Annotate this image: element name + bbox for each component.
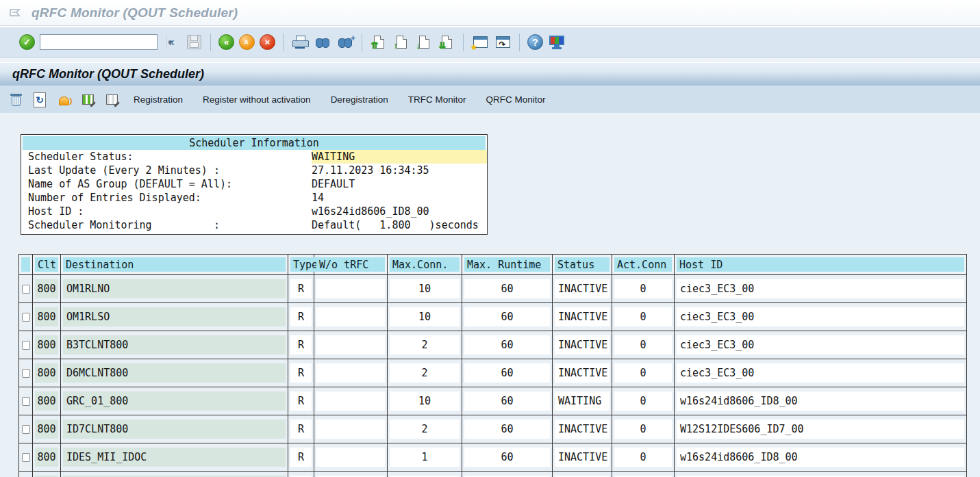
select-all-header[interactable] bbox=[21, 257, 30, 272]
host-id-cell: w16s24id8606_ID8_00 bbox=[677, 448, 964, 467]
wo-trfc-cell bbox=[316, 448, 385, 467]
last-page-button[interactable]: ⇊ bbox=[438, 34, 455, 51]
info-label: Scheduler Monitoring : bbox=[21, 218, 312, 232]
activate-button[interactable] bbox=[79, 91, 97, 109]
enter-button[interactable]: ✓ bbox=[19, 34, 35, 50]
destination-cell: D6MCLNT800 bbox=[63, 363, 286, 383]
max-conn-cell: 10 bbox=[390, 307, 460, 326]
row-checkbox[interactable] bbox=[22, 453, 30, 462]
find-button[interactable] bbox=[314, 34, 331, 51]
last-page-icon: ⇊ bbox=[442, 36, 452, 49]
row-checkbox[interactable] bbox=[22, 369, 30, 378]
row-checkbox[interactable] bbox=[22, 397, 30, 406]
refresh-icon: ↻ bbox=[34, 92, 46, 107]
row-checkbox[interactable] bbox=[22, 341, 30, 350]
create-shortcut-button[interactable]: ↷ bbox=[494, 34, 512, 51]
cancel-button[interactable]: × bbox=[260, 34, 275, 50]
type-cell: R bbox=[290, 363, 312, 383]
new-session-button[interactable]: ★ bbox=[471, 34, 489, 51]
spacer bbox=[0, 57, 980, 62]
table-row-partial bbox=[19, 471, 966, 477]
row-checkbox[interactable] bbox=[22, 425, 30, 434]
column-header-destination[interactable]: Destination bbox=[63, 257, 286, 272]
register-without-activation-button[interactable]: Register without activation bbox=[196, 92, 318, 107]
host-id-cell: ciec3_EC3_00 bbox=[677, 335, 964, 354]
next-page-icon: ↓ bbox=[419, 36, 429, 49]
scheduler-status-value: WAITING bbox=[312, 150, 487, 164]
clt-cell: 800 bbox=[35, 448, 58, 467]
toolbar-separator bbox=[463, 34, 464, 51]
column-header-wo-trfc[interactable]: W/o tRFC bbox=[316, 257, 385, 272]
customize-layout-button[interactable] bbox=[548, 34, 566, 51]
next-page-button[interactable]: ↓ bbox=[415, 34, 433, 51]
table-body: 800 OM1RLNO R 10 60 INACTIVE 0 ciec3_EC3… bbox=[19, 274, 966, 471]
entries-displayed-value: 14 bbox=[312, 191, 487, 205]
back-button[interactable]: « bbox=[218, 34, 234, 50]
status-cell: INACTIVE bbox=[555, 307, 610, 326]
info-label: Number of Entries Displayed: bbox=[21, 191, 312, 205]
printer-icon bbox=[292, 36, 307, 49]
shortcut-icon: ↷ bbox=[496, 36, 510, 48]
column-header-max-runtime[interactable]: Max. Runtime bbox=[464, 257, 550, 272]
column-header-host-id[interactable]: Host ID bbox=[677, 257, 964, 272]
max-runtime-cell: 60 bbox=[464, 335, 550, 354]
max-runtime-cell: 60 bbox=[464, 279, 550, 298]
table-row[interactable]: 800 IDES_MII_IDOC R 1 60 INACTIVE 0 w16s… bbox=[19, 443, 966, 471]
column-header-act-conn[interactable]: Act.Conn bbox=[614, 257, 672, 272]
delete-button[interactable] bbox=[7, 91, 25, 109]
max-runtime-cell: 60 bbox=[464, 420, 550, 439]
scheduler-info-title: Scheduler Information bbox=[23, 136, 486, 150]
table-row[interactable]: 800 OM1RLNO R 10 60 INACTIVE 0 ciec3_EC3… bbox=[19, 274, 966, 302]
print-button[interactable] bbox=[291, 34, 309, 51]
column-header-clt[interactable]: Clt bbox=[35, 257, 58, 272]
refresh-button[interactable]: ↻ bbox=[31, 91, 49, 109]
wo-trfc-cell bbox=[316, 420, 385, 439]
type-cell: R bbox=[290, 335, 312, 354]
act-conn-cell: 0 bbox=[614, 391, 672, 411]
window-titlebar: qRFC Monitor (QOUT Scheduler) bbox=[0, 0, 980, 26]
system-menu-icon[interactable] bbox=[8, 7, 23, 18]
type-cell: R bbox=[290, 420, 312, 439]
registration-button[interactable]: Registration bbox=[127, 92, 190, 107]
help-button[interactable]: ? bbox=[527, 34, 543, 50]
as-group-row: Name of AS Group (DEFAULT = All): DEFAUL… bbox=[21, 177, 487, 191]
act-conn-cell: 0 bbox=[614, 335, 672, 354]
first-page-button[interactable]: ⇈ bbox=[370, 34, 388, 51]
toolbar-separator bbox=[519, 34, 520, 51]
bell-icon bbox=[59, 96, 69, 105]
save-button[interactable] bbox=[185, 34, 203, 51]
row-checkbox[interactable] bbox=[22, 313, 30, 322]
deactivate-button[interactable] bbox=[103, 91, 121, 109]
exit-up-button[interactable]: « bbox=[239, 34, 255, 50]
table-row[interactable]: 800 D6MCLNT800 R 2 60 INACTIVE 0 ciec3_E… bbox=[19, 359, 966, 387]
wo-trfc-cell bbox=[316, 307, 385, 326]
page-title: qRFC Monitor (QOUT Scheduler) bbox=[12, 67, 204, 81]
qrfc-monitor-button[interactable]: QRFC Monitor bbox=[479, 92, 552, 107]
find-next-button[interactable]: + bbox=[336, 34, 354, 51]
table-row[interactable]: 800 OM1RLSO R 10 60 INACTIVE 0 ciec3_EC3… bbox=[19, 302, 966, 331]
collapse-toolbar-button[interactable]: « bbox=[164, 34, 179, 50]
alarm-button[interactable] bbox=[55, 91, 73, 109]
status-cell: INACTIVE bbox=[555, 363, 610, 383]
trfc-monitor-button[interactable]: TRFC Monitor bbox=[401, 92, 473, 107]
type-cell: R bbox=[290, 448, 312, 467]
table-row[interactable]: 800 B3TCLNT800 R 2 60 INACTIVE 0 ciec3_E… bbox=[19, 331, 966, 359]
type-cell: R bbox=[290, 307, 312, 326]
status-cell: INACTIVE bbox=[555, 335, 610, 354]
table-row[interactable]: 800 GRC_01_800 R 10 60 WAITING 0 w16s24i… bbox=[19, 387, 966, 415]
up-icon: « bbox=[242, 40, 251, 44]
new-session-icon: ★ bbox=[473, 36, 488, 48]
activate-table-icon bbox=[82, 94, 94, 105]
table-row[interactable]: 800 ID7CLNT800 R 2 60 INACTIVE 0 W12S12I… bbox=[19, 415, 966, 443]
previous-page-button[interactable]: ↑ bbox=[392, 34, 410, 51]
row-checkbox[interactable] bbox=[22, 285, 30, 294]
host-id-cell: ciec3_EC3_00 bbox=[677, 307, 964, 326]
host-id-cell: w16s24id8606_ID8_00 bbox=[677, 391, 964, 411]
column-header-max-conn[interactable]: Max.Conn. bbox=[390, 257, 460, 272]
type-cell: R bbox=[290, 391, 312, 411]
deregistration-button[interactable]: Deregistration bbox=[324, 92, 395, 107]
column-header-status[interactable]: Status bbox=[555, 257, 610, 272]
window-title: qRFC Monitor (QOUT Scheduler) bbox=[32, 5, 238, 21]
destination-cell: ID7CLNT800 bbox=[63, 420, 286, 439]
command-input[interactable] bbox=[40, 36, 166, 49]
